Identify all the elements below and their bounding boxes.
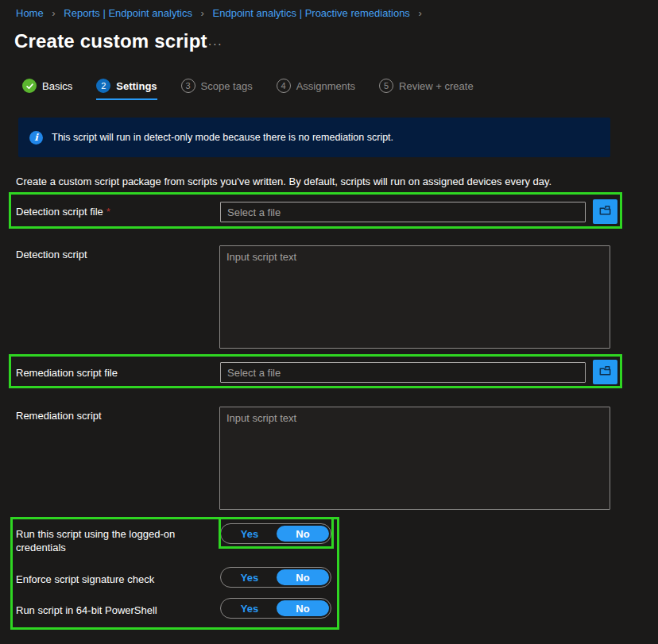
tab-label: Review + create (399, 80, 474, 92)
remediation-script-file-label: Remediation script file (16, 367, 118, 379)
create-custom-script-page: Home › Reports | Endpoint analytics › En… (0, 0, 658, 644)
toggle-no-option[interactable]: No (277, 526, 329, 542)
signature-check-label: Enforce script signature check (16, 573, 211, 586)
tab-basics[interactable]: Basics (22, 79, 72, 98)
info-banner: i This script will run in detect-only mo… (18, 118, 610, 157)
tab-label: Scope tags (201, 80, 253, 92)
tab-assignments[interactable]: 4 Assignments (277, 79, 355, 98)
remediation-script-label: Remediation script (16, 410, 102, 422)
step-number-badge: 5 (379, 79, 393, 93)
signature-check-toggle[interactable]: Yes No (220, 567, 331, 588)
tab-scope-tags[interactable]: 3 Scope tags (181, 79, 253, 98)
remediation-script-file-input[interactable] (220, 362, 586, 383)
detection-script-file-input[interactable] (220, 202, 586, 222)
tab-review-create[interactable]: 5 Review + create (379, 79, 474, 98)
logged-on-credentials-label: Run this script using the logged-on cred… (16, 527, 211, 554)
page-title: Create custom script (14, 30, 207, 52)
chevron-right-icon: › (201, 7, 204, 19)
detection-script-file-label: Detection script file* (16, 206, 110, 218)
toggle-yes-option[interactable]: Yes (221, 524, 278, 543)
chevron-right-icon: › (52, 7, 55, 19)
step-number-badge: 4 (277, 79, 291, 93)
step-number-badge: 2 (96, 79, 110, 93)
breadcrumb: Home › Reports | Endpoint analytics › En… (16, 7, 428, 19)
tab-label: Assignments (296, 80, 355, 92)
page-description: Create a custom script package from scri… (16, 175, 620, 187)
toggle-no-option[interactable]: No (277, 569, 329, 585)
tab-settings[interactable]: 2 Settings (96, 79, 157, 100)
chevron-right-icon: › (418, 7, 421, 19)
folder-icon (598, 203, 613, 221)
toggle-no-option[interactable]: No (277, 600, 329, 616)
detection-file-browse-button[interactable] (593, 199, 617, 224)
required-asterisk: * (106, 206, 110, 218)
toggle-yes-option[interactable]: Yes (221, 599, 278, 618)
more-options-button[interactable]: ... (208, 34, 223, 48)
breadcrumb-home[interactable]: Home (16, 7, 44, 19)
breadcrumb-proactive-remediations[interactable]: Endpoint analytics | Proactive remediati… (213, 7, 410, 19)
info-banner-text: This script will run in detect-only mode… (52, 132, 393, 143)
check-icon (22, 79, 37, 93)
detection-script-label: Detection script (16, 249, 87, 260)
breadcrumb-reports-endpoint-analytics[interactable]: Reports | Endpoint analytics (64, 7, 192, 19)
step-number-badge: 3 (181, 79, 195, 93)
powershell-64bit-label: Run script in 64-bit PowerShell (16, 604, 211, 617)
toggle-yes-option[interactable]: Yes (221, 568, 278, 587)
wizard-steps: Basics 2 Settings 3 Scope tags 4 Assignm… (22, 79, 474, 100)
remediation-script-textarea[interactable] (219, 407, 610, 510)
tab-label: Basics (42, 80, 72, 92)
remediation-file-browse-button[interactable] (593, 360, 617, 384)
powershell-64bit-toggle[interactable]: Yes No (220, 598, 331, 619)
logged-on-credentials-toggle[interactable]: Yes No (220, 523, 331, 544)
tab-label: Settings (116, 80, 157, 92)
info-icon: i (29, 131, 43, 145)
folder-icon (598, 364, 613, 381)
detection-script-textarea[interactable] (219, 245, 610, 349)
